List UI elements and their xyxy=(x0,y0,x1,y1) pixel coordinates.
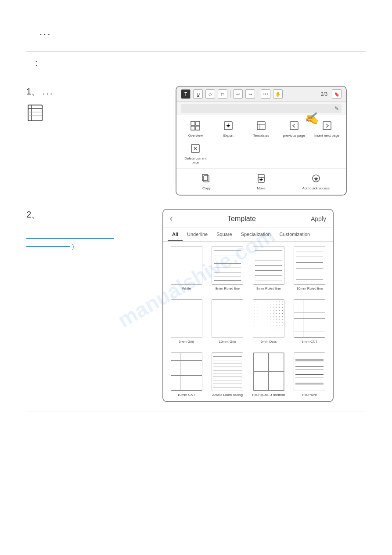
export-label: Export xyxy=(223,134,234,138)
tool-more[interactable]: ··· xyxy=(261,89,270,99)
template-tabs: All Underline Square Specialization Cust… xyxy=(163,228,333,242)
arabic-group xyxy=(213,377,242,377)
cnt-col xyxy=(294,331,303,337)
move-icon xyxy=(255,172,267,185)
tab-underline[interactable]: Underline xyxy=(183,228,212,241)
copy-label: Copy xyxy=(202,186,211,191)
menu-delete-page[interactable]: Delete current page xyxy=(181,142,210,165)
menu-move[interactable]: Move xyxy=(236,172,287,191)
fw-thin xyxy=(295,362,324,362)
thumb-white xyxy=(171,246,202,285)
thumb-9mm xyxy=(253,246,284,285)
template-quad[interactable]: Four quad...t method xyxy=(250,352,288,397)
copy-icon xyxy=(200,172,212,185)
menu-overview[interactable]: Overview xyxy=(181,120,210,138)
cnt-col xyxy=(171,376,180,383)
lines-10mm xyxy=(294,247,325,284)
arabic-group xyxy=(213,370,242,370)
move-label: Move xyxy=(257,186,266,191)
template-9mm[interactable]: 9mm Ruled line xyxy=(250,246,288,290)
tab-specialization[interactable]: Specialization xyxy=(237,228,275,241)
fw-group xyxy=(295,374,324,377)
insert-next-icon xyxy=(321,120,333,132)
tool-undo[interactable]: ↩ xyxy=(233,89,243,99)
fw-thin xyxy=(295,369,324,370)
export-icon xyxy=(222,120,234,132)
tab-customization[interactable]: Customization xyxy=(275,228,315,241)
line xyxy=(255,261,282,261)
tool-redo[interactable]: ↪ xyxy=(245,89,255,99)
tool-bookmark[interactable]: 🔖 xyxy=(332,89,342,99)
svg-rect-18 xyxy=(204,176,209,182)
arabic-group xyxy=(213,363,242,363)
bracket-close: ) xyxy=(72,243,74,250)
label-10mm: 10mm Ruled line xyxy=(296,287,323,290)
arabic-thin xyxy=(213,360,242,360)
thumb-fourwire xyxy=(294,352,325,391)
label-10mm-grid: 10mm Grid xyxy=(219,340,236,344)
menu-export[interactable]: Export xyxy=(214,120,243,138)
templates-icon xyxy=(255,120,267,132)
cnt-row xyxy=(171,376,202,383)
cnt-row xyxy=(294,312,325,319)
template-white[interactable]: White xyxy=(168,246,205,290)
template-back-button[interactable]: ‹ xyxy=(170,214,173,223)
template-10mm[interactable]: 10mm Ruled line xyxy=(291,246,329,290)
template-10mm-cnt[interactable]: 10mm CNT xyxy=(168,352,205,397)
template-arabic[interactable]: Arabic Lined Ruling xyxy=(209,352,247,397)
menu-copy[interactable]: Copy xyxy=(181,172,232,191)
template-5mm-dots[interactable]: 5mm Dots xyxy=(250,299,288,344)
quick-access-label: Add quick access xyxy=(302,186,330,191)
tab-all[interactable]: All xyxy=(168,228,183,241)
fw-thin xyxy=(295,377,324,377)
cnt-col xyxy=(171,368,180,375)
fw-thin xyxy=(295,368,324,368)
line xyxy=(255,265,282,266)
label-arabic: Arabic Lined Ruling xyxy=(212,393,243,397)
template-9mm-cnt[interactable]: 9mm CNT xyxy=(291,299,329,344)
fw-thin xyxy=(295,385,324,385)
menu-quick-access[interactable]: Add quick access xyxy=(290,172,342,191)
line xyxy=(296,251,323,251)
quad-cell xyxy=(269,372,284,391)
step1-right: T U̲ ◇ ◻ ↩ ↪ ··· ✋ 2/3 🔖 xyxy=(176,86,366,196)
fw-thin xyxy=(295,376,324,376)
cnt-col xyxy=(294,300,303,305)
quick-access-icon xyxy=(310,172,322,185)
thumb-arabic xyxy=(212,352,243,391)
line xyxy=(214,263,241,264)
cnt-row xyxy=(294,331,325,337)
fw-main xyxy=(295,374,324,375)
menu-templates[interactable]: Templates xyxy=(247,120,276,138)
template-apply-button[interactable]: Apply xyxy=(311,215,326,222)
line xyxy=(214,259,241,259)
tool-eraser[interactable]: ◻ xyxy=(218,89,227,99)
label-9mm-cnt: 9mm CNT xyxy=(302,340,317,344)
tool-text[interactable]: T xyxy=(181,89,191,99)
template-10mm-grid[interactable]: 10mm Grid xyxy=(209,299,247,344)
arabic-thin xyxy=(213,381,242,381)
svg-rect-0 xyxy=(28,105,42,121)
line xyxy=(214,272,241,272)
fw-thin xyxy=(295,383,324,384)
template-5mm-grid[interactable]: 5mm Grid xyxy=(168,299,205,344)
top-section: ... : xyxy=(26,18,366,86)
svg-rect-19 xyxy=(202,174,208,181)
arabic-thin xyxy=(213,366,242,367)
tab-square[interactable]: Square xyxy=(212,228,236,241)
quad-cell xyxy=(253,353,269,372)
fourwire-lines xyxy=(294,353,325,391)
toolbar-separator2 xyxy=(258,91,258,98)
tool-shape[interactable]: ◇ xyxy=(205,89,215,99)
template-fourwire[interactable]: Four wire xyxy=(291,352,329,397)
line xyxy=(255,280,282,280)
template-8mm[interactable]: 8mm Ruled line xyxy=(209,246,247,290)
top-divider xyxy=(26,51,366,51)
device-inner-1: T U̲ ◇ ◻ ↩ ↪ ··· ✋ 2/3 🔖 xyxy=(176,87,346,195)
tool-underline[interactable]: U̲ xyxy=(193,89,203,99)
line xyxy=(296,262,323,263)
cnt-row xyxy=(294,306,325,312)
tool-hand[interactable]: ✋ xyxy=(273,89,283,99)
cnt-col xyxy=(294,325,303,331)
label-fourwire: Four wire xyxy=(302,393,317,397)
